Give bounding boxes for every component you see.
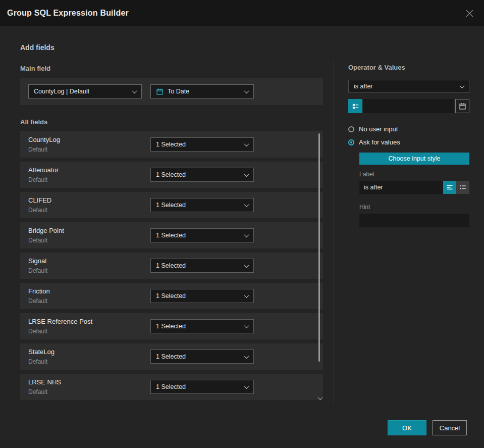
operator-dropdown-value: is after xyxy=(354,83,373,90)
align-left-icon xyxy=(446,184,453,191)
close-button[interactable] xyxy=(464,8,475,19)
radio-ask-for-values[interactable]: Ask for values xyxy=(348,138,469,146)
main-field-heading: Main field xyxy=(20,65,50,72)
label-caption: Label xyxy=(359,171,469,178)
calendar-icon xyxy=(459,103,466,110)
value-list-button[interactable] xyxy=(348,99,362,113)
date-part-dropdown[interactable]: To Date xyxy=(150,84,254,98)
radio-no-user-input-label: No user input xyxy=(359,125,398,133)
field-selection-dropdown[interactable]: 1 Selected xyxy=(150,228,254,242)
field-row: Bridge Point Default 1 Selected xyxy=(20,222,323,248)
main-field-dropdown[interactable]: CountyLog | Default xyxy=(28,84,142,98)
field-selection-dropdown-value: 1 Selected xyxy=(156,383,186,390)
field-row: LRSE NHS Default 1 Selected xyxy=(20,374,323,400)
add-fields-heading: Add fields xyxy=(20,43,55,52)
scrollbar-down-arrow[interactable] xyxy=(316,396,324,404)
field-selection-dropdown[interactable]: 1 Selected xyxy=(150,198,254,212)
hint-input[interactable] xyxy=(359,214,469,227)
field-row: LRSE Reference Post Default 1 Selected xyxy=(20,313,323,339)
date-part-dropdown-value: To Date xyxy=(168,88,189,95)
field-row: Friction Default 1 Selected xyxy=(20,283,323,309)
field-row: CLIFED Default 1 Selected xyxy=(20,192,323,218)
calendar-icon xyxy=(156,88,164,95)
chevron-down-icon xyxy=(244,354,249,359)
radio-off-icon xyxy=(348,126,354,132)
label-input-row xyxy=(359,181,469,194)
group-sql-expression-builder-dialog: Group SQL Expression Builder Add fields … xyxy=(0,0,484,448)
field-selection-dropdown-value: 1 Selected xyxy=(156,171,186,178)
close-icon xyxy=(465,9,474,18)
chevron-down-icon xyxy=(244,88,249,93)
field-selection-dropdown[interactable]: 1 Selected xyxy=(150,380,254,394)
field-selection-dropdown-value: 1 Selected xyxy=(156,141,186,148)
chevron-down-icon xyxy=(244,141,249,146)
radio-ask-for-values-label: Ask for values xyxy=(359,138,400,146)
operator-dropdown[interactable]: is after xyxy=(348,80,469,93)
value-list-icon xyxy=(352,103,359,110)
hint-caption: Hint xyxy=(359,204,469,211)
field-selection-dropdown-value: 1 Selected xyxy=(156,292,186,300)
field-selection-dropdown[interactable]: 1 Selected xyxy=(150,137,254,152)
all-fields-list: CountyLog Default 1 Selected Attenuator … xyxy=(20,131,323,404)
textbox-style-button[interactable] xyxy=(443,181,456,194)
field-row: Attenuator Default 1 Selected xyxy=(20,162,323,188)
field-selection-dropdown[interactable]: 1 Selected xyxy=(150,319,254,333)
choose-input-style-button[interactable]: Choose input style xyxy=(359,153,469,165)
dialog-header: Group SQL Expression Builder xyxy=(0,0,484,26)
field-selection-dropdown-value: 1 Selected xyxy=(156,232,186,239)
value-input[interactable] xyxy=(363,99,454,113)
chevron-down-icon xyxy=(244,384,249,389)
main-field-panel: CountyLog | Default To Date xyxy=(20,78,323,105)
chevron-down-icon xyxy=(132,88,137,93)
chevron-down-icon xyxy=(244,293,249,298)
vertical-divider xyxy=(334,60,334,404)
cancel-button[interactable]: Cancel xyxy=(433,420,467,435)
all-fields-heading: All fields xyxy=(20,118,47,126)
chevron-down-icon xyxy=(244,202,249,207)
field-row: Signal Default 1 Selected xyxy=(20,253,323,279)
value-input-row xyxy=(348,99,469,113)
dialog-title: Group SQL Expression Builder xyxy=(7,9,129,18)
chevron-down-icon xyxy=(460,83,465,88)
chevron-down-icon xyxy=(244,172,249,177)
field-selection-dropdown[interactable]: 1 Selected xyxy=(150,350,254,364)
field-selection-dropdown-value: 1 Selected xyxy=(156,262,186,269)
radio-on-icon xyxy=(348,139,354,145)
date-picker-button[interactable] xyxy=(455,99,469,113)
field-row: CountyLog Default 1 Selected xyxy=(20,131,323,158)
field-selection-dropdown[interactable]: 1 Selected xyxy=(150,289,254,303)
field-row: StateLog Default 1 Selected xyxy=(20,343,323,370)
field-selection-dropdown[interactable]: 1 Selected xyxy=(150,168,254,182)
main-field-dropdown-value: CountyLog | Default xyxy=(34,88,89,95)
field-selection-dropdown[interactable]: 1 Selected xyxy=(150,259,254,273)
operator-values-heading: Operator & Values xyxy=(348,64,469,71)
operator-values-panel: Operator & Values is after xyxy=(348,64,469,227)
field-selection-dropdown-value: 1 Selected xyxy=(156,202,186,209)
chevron-down-icon xyxy=(244,323,249,328)
dialog-footer: OK Cancel xyxy=(388,420,467,435)
scrollbar-thumb[interactable] xyxy=(318,133,320,362)
label-input[interactable] xyxy=(359,181,443,194)
ok-button[interactable]: OK xyxy=(388,420,426,435)
chevron-down-icon xyxy=(244,232,249,237)
list-style-button[interactable] xyxy=(456,181,469,194)
radio-no-user-input[interactable]: No user input xyxy=(348,125,469,133)
list-style-icon xyxy=(459,184,466,191)
field-selection-dropdown-value: 1 Selected xyxy=(156,353,186,360)
chevron-down-icon xyxy=(244,263,249,268)
ask-for-values-options: Choose input style Label xyxy=(359,153,469,227)
field-selection-dropdown-value: 1 Selected xyxy=(156,323,186,330)
